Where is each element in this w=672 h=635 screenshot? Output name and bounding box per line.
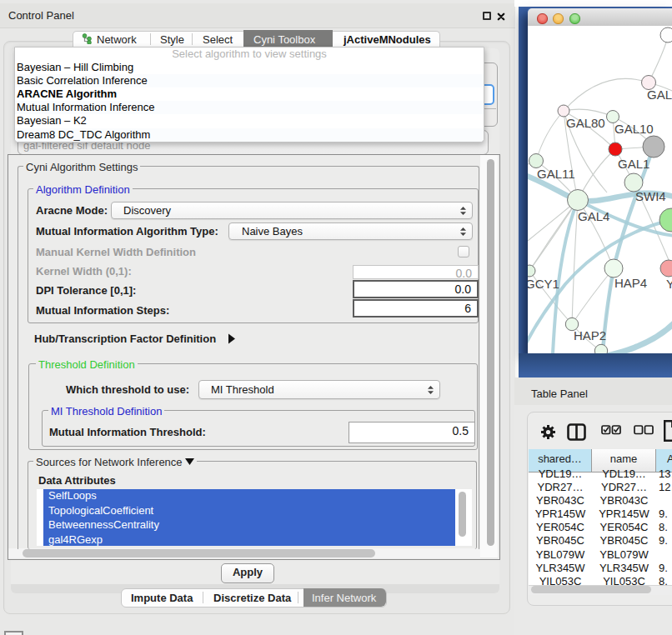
svg-text:HAP2: HAP2 — [574, 328, 606, 342]
svg-text:GAL80: GAL80 — [566, 116, 605, 130]
svg-text:GAL1: GAL1 — [618, 157, 649, 171]
svg-text:GAL10: GAL10 — [614, 122, 654, 136]
svg-text:GAL11: GAL11 — [537, 167, 575, 181]
svg-text:GAL4: GAL4 — [578, 209, 609, 223]
svg-text:GAL7: GAL7 — [647, 88, 672, 102]
svg-text:HAP4: HAP4 — [614, 276, 647, 290]
svg-text:SWI4: SWI4 — [635, 189, 666, 203]
svg-text:Y: Y — [666, 277, 672, 291]
svg-text:GCY1: GCY1 — [528, 277, 559, 291]
